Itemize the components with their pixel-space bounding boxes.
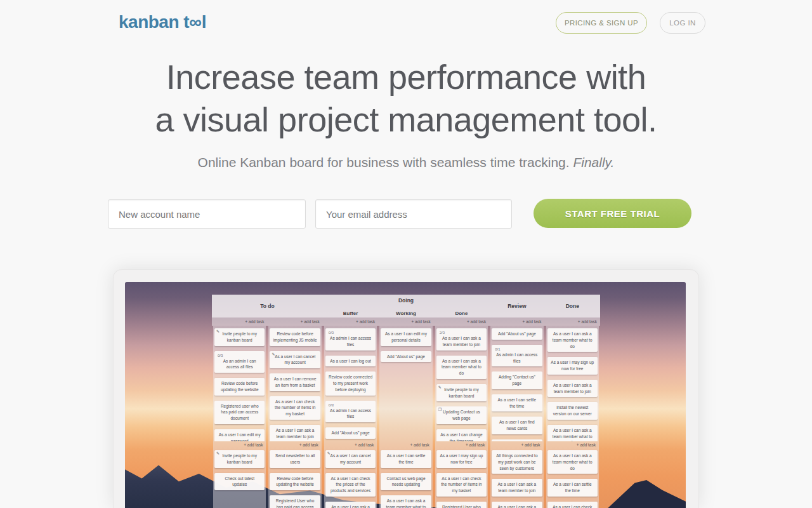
card-text: All things connected to my past work can… (495, 453, 539, 471)
kanban-card[interactable]: As a user I can find news cards (492, 417, 542, 434)
card-text: As a user I can remove an item from a ba… (273, 376, 317, 389)
kanban-card[interactable]: As a user I can ask a team member to joi… (492, 479, 542, 497)
kanban-card[interactable]: As a user I can edit my personal details (381, 328, 431, 346)
card-text: As a user I may sign up now for free (440, 453, 483, 465)
column-group-label: To do (260, 303, 275, 309)
kanban-card[interactable]: Review code before updating the website (214, 378, 265, 396)
kanban-card[interactable]: As a user I can check the number of item… (270, 396, 320, 420)
task-progress-badge: 2/3 (440, 331, 483, 335)
kanban-card[interactable]: ✎Invite people to my kanban board (214, 328, 265, 346)
add-task-link[interactable]: + add task (490, 319, 543, 324)
card-text: As a user I can cancel my account (329, 453, 372, 465)
kanban-board: To doDoingBufferWorkingDoneReviewDone + … (212, 295, 600, 508)
add-task-link[interactable]: + add task (270, 441, 320, 449)
kanban-card[interactable]: 2/3As a user I can ask a team member to … (436, 328, 487, 351)
add-task-link[interactable]: + add task (325, 441, 376, 449)
kanban-card[interactable]: As a user I can ask a team member what t… (547, 425, 598, 441)
kanban-card[interactable]: 0/3As an admin I can access all files (214, 351, 265, 373)
add-task-link[interactable]: + add task (547, 441, 598, 449)
kanban-card[interactable]: As a user I can ask a team member what t… (381, 495, 431, 508)
kanban-tool-logo[interactable]: kanban t∞l (119, 12, 206, 32)
task-progress-badge: 0/3 (329, 331, 372, 335)
kanban-card[interactable]: Review code connected to my present work… (325, 371, 376, 395)
kanban-card[interactable]: As a user I can settle the time (381, 450, 431, 468)
subtitle-italic-text: Finally. (573, 155, 614, 170)
pricing-signup-button[interactable]: PRICING & SIGN UP (556, 12, 647, 34)
kanban-card[interactable]: 0/1As admin I can access files (492, 345, 542, 367)
kanban-card[interactable]: As a user I can ask a team member what t… (547, 450, 598, 474)
card-text: As a user I can settle the time (384, 453, 428, 465)
kanban-card[interactable]: As a user I can edit my password (214, 429, 265, 441)
kanban-card[interactable]: As a user I can change the timezone (436, 429, 487, 441)
kanban-card[interactable]: As a user I can ask a team member to joi… (547, 380, 598, 398)
add-task-link[interactable]: + add task (492, 441, 542, 449)
kanban-card[interactable]: Add "About us" page (381, 351, 431, 363)
card-text: As a user I can ask a team member what t… (440, 358, 483, 377)
kanban-card[interactable]: Install the newest version on our server (547, 402, 598, 420)
kanban-card[interactable]: Adding "Contact us" page (492, 371, 542, 389)
kanban-card[interactable]: ✎As a user I can cancel my account (270, 351, 320, 369)
kanban-card[interactable]: Registered user who has paid can access … (214, 401, 265, 424)
add-task-link[interactable]: + add task (214, 441, 265, 449)
card-text: As a user I can settle the time (551, 481, 594, 494)
column-group-label: Doing (398, 297, 414, 304)
kanban-card[interactable]: ✎Invite people to my kanban board (214, 450, 265, 468)
kanban-card[interactable]: As a user I can check the prices of the … (325, 473, 376, 497)
kanban-card[interactable]: ✎Invite people to my kanban board (436, 384, 487, 402)
kanban-card[interactable]: Review code before updating the website (270, 473, 320, 491)
kanban-card[interactable]: Add "About us" page (325, 427, 376, 439)
kanban-card[interactable]: As a user I can ask a team member what t… (325, 502, 376, 508)
kanban-card[interactable]: 0/3As admin I can access files (325, 328, 376, 351)
page-subtitle: Online Kanban board for business with se… (0, 155, 812, 170)
kanban-card[interactable]: All things connected to my past work can… (492, 450, 542, 474)
add-task-link[interactable]: + add task (381, 441, 431, 449)
kanban-card[interactable]: As a user I can log out (325, 356, 376, 367)
kanban-card[interactable]: Check out latest updates (214, 473, 265, 491)
card-text: Updating Contact us web page (440, 409, 483, 422)
add-task-link[interactable]: + add task (324, 319, 377, 324)
card-text: As a user I can log out (329, 358, 372, 364)
kanban-card[interactable]: ✎As a user I can cancel my account (325, 450, 376, 468)
add-task-link[interactable]: + add task (436, 441, 487, 449)
add-task-link[interactable]: + add task (213, 319, 266, 324)
laptop-mockup-frame: To doDoingBufferWorkingDoneReviewDone + … (113, 269, 699, 508)
kanban-card[interactable]: As a user I can remove an item from a ba… (270, 373, 320, 391)
email-input[interactable] (315, 199, 512, 229)
card-text: Add "About us" page (384, 354, 428, 360)
kanban-card[interactable]: 0/3As admin I can access files (325, 401, 376, 423)
kanban-card[interactable]: Contact us web page needs updating (381, 473, 431, 491)
card-text: Invite people to my kanban board (218, 453, 261, 465)
kanban-card[interactable]: Registered User who has paid can access … (436, 502, 487, 508)
card-text: Send newsletter to all users (273, 453, 317, 465)
kanban-card[interactable]: As a user I can ask a team member what t… (547, 328, 598, 352)
account-name-input[interactable] (108, 199, 306, 229)
add-task-link[interactable]: + add task (435, 319, 488, 324)
kanban-card[interactable]: As a user I can settle the time (547, 479, 598, 497)
board-column: Add "About us" page0/1As admin I can acc… (490, 326, 543, 508)
kanban-card[interactable]: Add "About us" page (492, 328, 542, 340)
kanban-card[interactable]: As a user I can ask a team member to joi… (270, 425, 320, 441)
add-task-link[interactable]: + add task (379, 319, 432, 324)
swimlane-2-cards: All things connected to my past work can… (492, 449, 542, 508)
kanban-card[interactable]: As a user I can check the number of item… (436, 473, 487, 497)
add-task-link[interactable]: + add task (546, 319, 599, 324)
kanban-card[interactable]: As a user I can check the number of item… (547, 502, 598, 508)
card-text: Review code before implementing JS mobil… (273, 331, 317, 344)
board-column: 2/3As a user I can ask a team member to … (435, 326, 488, 508)
kanban-card[interactable]: ❐Updating Contact us web page (436, 406, 487, 424)
kanban-card[interactable]: As a user I may sign up now for free (547, 357, 598, 375)
kanban-card[interactable]: As a user I can ask a team member what t… (436, 356, 487, 379)
kanban-card[interactable]: Add "About us" page (492, 439, 542, 441)
add-task-link[interactable]: + add task (268, 319, 321, 324)
kanban-card[interactable]: Registered User who has paid can access … (270, 495, 320, 508)
logo-text-before: kanban t (119, 12, 189, 32)
login-button[interactable]: LOG IN (660, 12, 705, 34)
swimlane-1-cards: As a user I can edit my personal details… (381, 326, 431, 441)
card-text: As a user I can check the number of item… (551, 504, 594, 508)
kanban-card[interactable]: As a user I can ask a team member to joi… (492, 502, 542, 508)
kanban-card[interactable]: As a user I can settle the time (492, 394, 542, 412)
kanban-card[interactable]: As a user I may sign up now for free (436, 450, 487, 468)
start-free-trial-button[interactable]: START FREE TRIAL (534, 199, 691, 228)
kanban-card[interactable]: Review code before implementing JS mobil… (270, 328, 320, 346)
kanban-card[interactable]: Send newsletter to all users (270, 450, 320, 468)
